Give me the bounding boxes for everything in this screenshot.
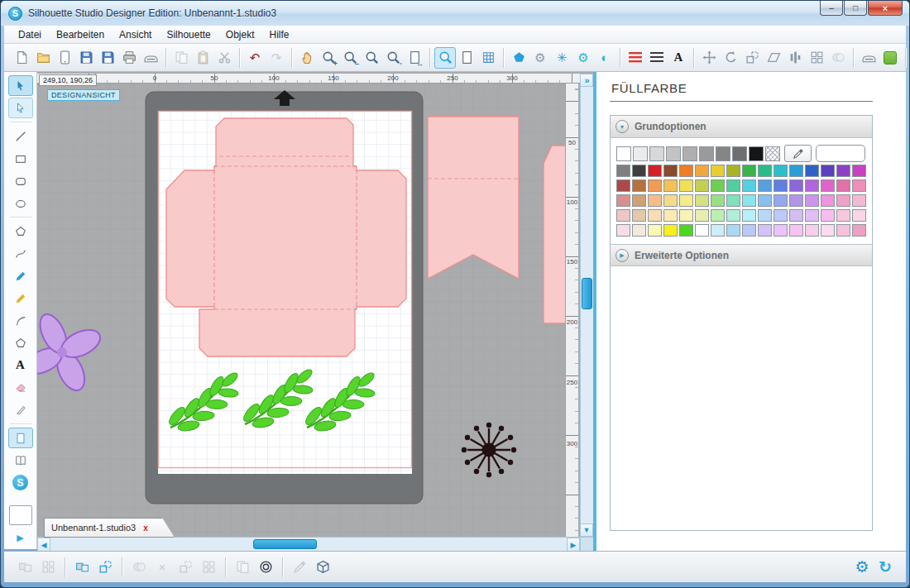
tab-close-button[interactable]: x: [143, 523, 148, 533]
color-swatch[interactable]: [663, 194, 678, 207]
color-swatch[interactable]: [679, 224, 693, 237]
color-swatch[interactable]: [836, 224, 850, 237]
settings-button[interactable]: ⚙: [851, 557, 873, 578]
color-swatch[interactable]: [758, 179, 772, 192]
color-swatch[interactable]: [648, 209, 662, 222]
maximize-button[interactable]: □: [844, 1, 867, 16]
horizontal-scroll-thumb[interactable]: [253, 539, 317, 549]
arc-tool[interactable]: [8, 310, 33, 331]
trace-button[interactable]: ◐: [594, 47, 615, 69]
release-compound-path-button[interactable]: [94, 557, 116, 578]
color-swatch[interactable]: [633, 146, 648, 161]
clipped-shape[interactable]: [544, 146, 566, 323]
color-swatch[interactable]: [711, 179, 725, 192]
color-swatch[interactable]: [695, 179, 709, 192]
color-swatch[interactable]: [852, 194, 866, 207]
eraser-tool[interactable]: [8, 377, 33, 398]
color-swatch[interactable]: [836, 165, 850, 177]
subtract-button[interactable]: [175, 557, 196, 578]
pan-button[interactable]: [296, 47, 318, 69]
color-swatch[interactable]: [711, 165, 725, 177]
color-swatch[interactable]: [758, 224, 772, 237]
transform-shear-button[interactable]: [763, 47, 784, 69]
shape-options-button[interactable]: ⚙: [529, 47, 551, 69]
color-swatch[interactable]: [695, 224, 709, 237]
color-swatch[interactable]: [805, 179, 819, 192]
zoom-in-button[interactable]: +: [318, 47, 339, 69]
close-button[interactable]: ×: [868, 1, 903, 16]
color-swatch[interactable]: [836, 209, 850, 222]
color-swatch[interactable]: [616, 179, 630, 192]
banner-shape[interactable]: [428, 117, 519, 279]
color-swatch[interactable]: [821, 179, 835, 192]
current-fill-swatch[interactable]: [816, 145, 865, 162]
color-swatch[interactable]: [716, 146, 730, 161]
color-swatch[interactable]: [663, 224, 678, 237]
eyedropper-button[interactable]: [784, 145, 812, 162]
text-tool[interactable]: A: [8, 355, 33, 375]
color-swatch[interactable]: [648, 224, 662, 237]
paste-button[interactable]: [192, 47, 213, 69]
menu-hilfe[interactable]: Hilfe: [261, 27, 296, 42]
color-swatch[interactable]: [711, 194, 725, 207]
transform-rotate-button[interactable]: [720, 47, 741, 69]
vertical-scrollbar[interactable]: » ▼: [580, 74, 593, 537]
copy-button[interactable]: [170, 47, 192, 69]
menu-ansicht[interactable]: Ansicht: [112, 27, 159, 42]
intersect-button[interactable]: [198, 557, 219, 578]
color-swatch[interactable]: [632, 179, 646, 192]
color-swatch[interactable]: [805, 224, 819, 237]
menu-objekt[interactable]: Objekt: [218, 27, 262, 42]
color-swatch[interactable]: [805, 165, 819, 177]
minimize-button[interactable]: –: [820, 1, 843, 16]
color-swatch[interactable]: [726, 209, 740, 222]
make-compound-path-button[interactable]: [71, 557, 93, 578]
color-swatch[interactable]: [616, 165, 630, 177]
color-swatch[interactable]: [805, 194, 819, 207]
line-style-button[interactable]: [646, 47, 668, 69]
scroll-left-button[interactable]: ◀: [37, 538, 50, 551]
color-swatch[interactable]: [632, 209, 646, 222]
color-swatch[interactable]: [663, 209, 678, 222]
convert-to-path-button[interactable]: [508, 47, 529, 69]
delete-button[interactable]: ×: [151, 557, 173, 578]
color-swatch[interactable]: [758, 194, 772, 207]
color-swatch[interactable]: [663, 179, 678, 192]
edit-points-tool[interactable]: [8, 98, 33, 118]
polygon-tool[interactable]: [8, 221, 33, 241]
color-swatch[interactable]: [805, 209, 819, 222]
offset-button[interactable]: [255, 557, 276, 578]
color-swatch[interactable]: [789, 224, 803, 237]
align-button[interactable]: [784, 47, 806, 69]
cutter-settings-button[interactable]: [140, 47, 161, 69]
color-swatch[interactable]: [749, 146, 764, 161]
color-swatch[interactable]: [789, 194, 803, 207]
preferences-button[interactable]: ⚙: [572, 47, 594, 69]
fill-style-button[interactable]: [625, 47, 646, 69]
color-swatch[interactable]: [711, 224, 725, 237]
color-swatch[interactable]: [774, 179, 788, 192]
color-swatch[interactable]: [852, 224, 866, 237]
zoom-selection-button[interactable]: ▫: [382, 47, 404, 69]
pick-color-button[interactable]: [289, 557, 310, 578]
print-button[interactable]: [118, 47, 140, 69]
color-swatch[interactable]: [679, 209, 693, 222]
color-swatch[interactable]: [699, 146, 714, 161]
view-3d-button[interactable]: [312, 557, 333, 578]
color-swatch[interactable]: [726, 224, 740, 237]
color-swatch[interactable]: [742, 224, 756, 237]
color-swatch[interactable]: [758, 165, 772, 177]
color-swatch[interactable]: [726, 165, 740, 177]
menu-bearbeiten[interactable]: Bearbeiten: [49, 27, 112, 42]
expand-circle-icon[interactable]: ▶: [615, 249, 629, 262]
color-swatch[interactable]: [666, 146, 681, 161]
color-swatch[interactable]: [695, 165, 709, 177]
color-swatch[interactable]: [821, 194, 835, 207]
color-swatch[interactable]: [852, 179, 866, 192]
page-view-button[interactable]: [8, 428, 33, 448]
open-button[interactable]: [32, 47, 54, 69]
color-swatch[interactable]: [711, 209, 725, 222]
color-swatch[interactable]: [632, 224, 646, 237]
scroll-right-button[interactable]: ▶: [567, 538, 580, 551]
color-swatch[interactable]: [774, 165, 788, 177]
